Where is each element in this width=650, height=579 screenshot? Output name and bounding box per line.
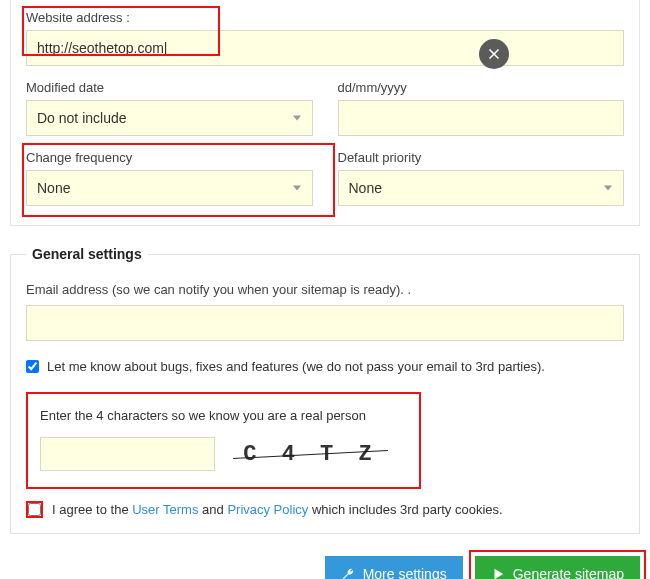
date-format-input[interactable] — [338, 100, 625, 136]
play-icon — [491, 567, 505, 579]
email-input[interactable] — [26, 305, 624, 341]
generate-sitemap-button[interactable]: Generate sitemap — [475, 556, 640, 579]
agree-prefix: I agree to the — [52, 502, 132, 517]
generate-sitemap-label: Generate sitemap — [513, 566, 624, 579]
captcha-block: Enter the 4 characters so we know you ar… — [26, 392, 421, 489]
highlight-agree-checkbox — [26, 501, 43, 518]
more-settings-label: More settings — [363, 566, 447, 579]
email-label: Email address (so we can notify you when… — [26, 282, 624, 297]
notify-checkbox[interactable] — [26, 360, 39, 373]
footer-buttons: More settings Generate sitemap — [0, 544, 650, 579]
change-frequency-label: Change frequency — [26, 150, 313, 165]
top-section: Website address : Modified date Do not i… — [10, 0, 640, 226]
notify-label: Let me know about bugs, fixes and featur… — [47, 359, 545, 374]
agree-and: and — [198, 502, 227, 517]
privacy-policy-link[interactable]: Privacy Policy — [227, 502, 308, 517]
close-icon — [488, 48, 500, 60]
modified-date-label: Modified date — [26, 80, 313, 95]
user-terms-link[interactable]: User Terms — [132, 502, 198, 517]
general-settings-legend: General settings — [26, 246, 148, 262]
website-address-label: Website address : — [26, 10, 624, 25]
captcha-label: Enter the 4 characters so we know you ar… — [40, 408, 407, 423]
default-priority-label: Default priority — [338, 150, 625, 165]
wrench-icon — [341, 567, 355, 579]
more-settings-button[interactable]: More settings — [325, 556, 463, 579]
date-format-label: dd/mm/yyyy — [338, 80, 625, 95]
captcha-input[interactable] — [40, 437, 215, 471]
website-address-input[interactable] — [26, 30, 624, 66]
captcha-image: C 4 T Z — [233, 435, 388, 473]
change-frequency-select[interactable]: None — [26, 170, 313, 206]
agree-row: I agree to the User Terms and Privacy Po… — [26, 501, 624, 518]
agree-suffix: which includes 3rd party cookies. — [308, 502, 502, 517]
general-settings-fieldset: General settings Email address (so we ca… — [10, 246, 640, 534]
agree-checkbox[interactable] — [28, 503, 41, 516]
clear-input-button[interactable] — [479, 39, 509, 69]
default-priority-select[interactable]: None — [338, 170, 625, 206]
modified-date-select[interactable]: Do not include — [26, 100, 313, 136]
